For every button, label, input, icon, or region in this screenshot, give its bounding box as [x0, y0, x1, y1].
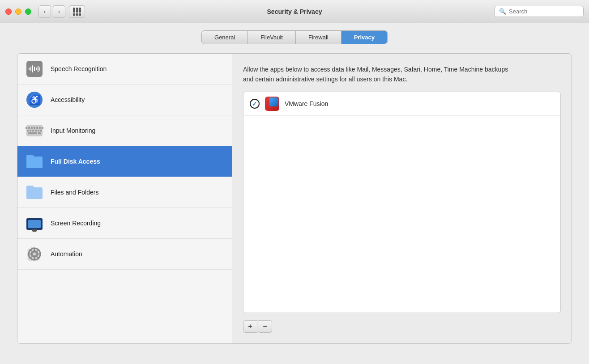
- tab-firewall[interactable]: Firewall: [296, 31, 341, 44]
- grid-icon: [73, 8, 81, 16]
- sidebar-item-screen-recording-label: Screen Recording: [51, 220, 101, 227]
- nav-buttons: ‹ ›: [38, 5, 65, 18]
- window-title: Security & Privacy: [267, 8, 322, 15]
- sidebar-item-full-disk-access-label: Full Disk Access: [51, 158, 100, 165]
- speech-recognition-icon-container: [26, 60, 43, 78]
- person-figure-icon: ♿: [29, 94, 40, 105]
- sidebar-item-screen-recording[interactable]: Screen Recording: [17, 208, 232, 239]
- sidebar-item-files-and-folders[interactable]: Files and Folders: [17, 177, 232, 208]
- grid-button[interactable]: [69, 5, 85, 18]
- screen-recording-icon: [26, 216, 43, 230]
- table-row[interactable]: ✓ VMware Fusion: [243, 92, 560, 116]
- accessibility-icon-container: ♿: [26, 91, 43, 109]
- keyboard-icon: [26, 125, 43, 136]
- input-monitoring-icon-container: [26, 122, 43, 140]
- tab-general[interactable]: General: [202, 31, 248, 44]
- app-list: ✓ VMware Fusion: [243, 92, 561, 313]
- full-disk-access-icon: [26, 155, 43, 168]
- sidebar-item-input-monitoring[interactable]: Input Monitoring: [17, 115, 232, 146]
- sidebar-item-full-disk-access[interactable]: Full Disk Access: [17, 146, 232, 177]
- description-text: Allow the apps below to access data like…: [243, 64, 512, 85]
- main-panel: Speech Recognition ♿ Accessibility: [17, 53, 572, 344]
- forward-button[interactable]: ›: [53, 5, 65, 18]
- sidebar-item-automation-label: Automation: [51, 250, 82, 258]
- title-bar: ‹ › Security & Privacy 🔍: [0, 0, 589, 23]
- sidebar-item-accessibility-label: Accessibility: [51, 96, 85, 103]
- files-and-folders-icon: [26, 186, 43, 199]
- minimize-button[interactable]: [15, 8, 21, 15]
- sidebar-item-accessibility[interactable]: ♿ Accessibility: [17, 85, 232, 115]
- app-checkbox[interactable]: ✓: [250, 99, 260, 109]
- sidebar-item-speech-recognition[interactable]: Speech Recognition: [17, 54, 232, 85]
- add-app-button[interactable]: +: [243, 320, 257, 333]
- window-content: General FileVault Firewall Privacy: [0, 23, 589, 364]
- search-icon: 🔍: [499, 8, 506, 15]
- vmware-fusion-icon: [265, 97, 279, 111]
- traffic-lights: [5, 8, 31, 15]
- search-input[interactable]: [509, 8, 579, 15]
- full-disk-access-icon-container: [26, 152, 43, 170]
- app-name: VMware Fusion: [285, 100, 328, 107]
- automation-icon-container: [26, 245, 43, 263]
- sidebar: Speech Recognition ♿ Accessibility: [17, 54, 232, 343]
- maximize-button[interactable]: [25, 8, 31, 15]
- screen-recording-icon-container: [26, 214, 43, 232]
- right-panel: Allow the apps below to access data like…: [232, 54, 572, 343]
- list-actions: + −: [243, 320, 561, 333]
- tab-bar: General FileVault Firewall Privacy: [201, 30, 388, 44]
- search-bar: 🔍: [494, 6, 584, 17]
- checkmark-icon: ✓: [252, 100, 257, 107]
- tab-privacy[interactable]: Privacy: [341, 31, 387, 44]
- sidebar-item-speech-recognition-label: Speech Recognition: [51, 65, 107, 72]
- back-button[interactable]: ‹: [38, 5, 51, 18]
- sidebar-item-files-and-folders-label: Files and Folders: [51, 189, 98, 196]
- close-button[interactable]: [5, 8, 12, 15]
- automation-gear-icon: [26, 246, 43, 262]
- files-and-folders-icon-container: [26, 183, 43, 201]
- speech-recognition-icon: [26, 61, 43, 77]
- tab-filevault[interactable]: FileVault: [248, 31, 296, 44]
- sidebar-item-input-monitoring-label: Input Monitoring: [51, 127, 95, 134]
- accessibility-icon: ♿: [26, 92, 43, 108]
- sidebar-item-automation[interactable]: Automation: [17, 239, 232, 270]
- remove-app-button[interactable]: −: [258, 320, 272, 333]
